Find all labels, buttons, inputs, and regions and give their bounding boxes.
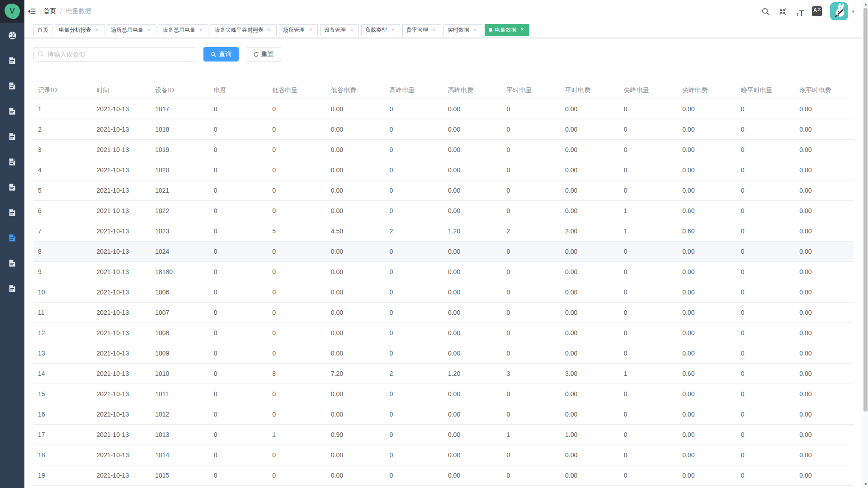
table-cell: 0.00 <box>561 160 619 180</box>
tab-电量分析报表[interactable]: 电量分析报表× <box>55 24 104 36</box>
sidebar-item-3-document-icon[interactable] <box>0 99 24 124</box>
hamburger-icon[interactable] <box>24 0 40 23</box>
table-cell: 0.00 <box>326 180 385 201</box>
table-cell: 0.00 <box>443 99 502 119</box>
table-row: 32021-10-131019000.0000.0000.0000.0000.0… <box>33 140 854 160</box>
table-cell: 18180 <box>151 262 209 282</box>
close-icon[interactable]: × <box>431 27 437 33</box>
table-cell: 0 <box>619 160 678 180</box>
tab-负载类型[interactable]: 负载类型× <box>361 24 400 36</box>
table-cell: 0 <box>619 99 678 119</box>
tab-设备管理[interactable]: 设备管理× <box>320 24 359 36</box>
column-header: 平时电量 <box>502 82 561 99</box>
tab-首页[interactable]: 首页 <box>33 24 52 36</box>
scroll-up-arrow[interactable]: ▲ <box>863 1 868 7</box>
sidebar-item-6-document-icon[interactable] <box>0 175 24 200</box>
table-row: 102021-10-131006000.0000.0000.0000.0000.… <box>33 282 854 303</box>
column-header: 低谷电费 <box>326 82 385 99</box>
tab-费率管理[interactable]: 费率管理× <box>402 24 441 36</box>
column-header: 记录ID <box>33 82 92 99</box>
table-cell: 0.00 <box>678 119 736 140</box>
table-cell: 0.00 <box>795 364 854 384</box>
table-cell: 0.00 <box>795 425 854 445</box>
tab-场所总用电量[interactable]: 场所总用电量× <box>107 24 156 36</box>
table-cell: 0.00 <box>443 486 502 488</box>
close-icon[interactable]: × <box>94 27 100 33</box>
tab-设备尖峰平谷对照表[interactable]: 设备尖峰平谷对照表× <box>211 24 277 36</box>
search-icon[interactable] <box>760 5 771 17</box>
query-button-label: 查询 <box>219 50 231 58</box>
sidebar-item-9-document-icon[interactable] <box>0 251 24 276</box>
table-cell: 0.00 <box>443 140 502 160</box>
active-tab-dot <box>489 28 492 32</box>
scrollbar-thumb[interactable] <box>863 8 868 412</box>
sidebar-item-8-document-icon[interactable] <box>0 225 24 251</box>
table-cell: 0.00 <box>678 140 736 160</box>
table-cell: 0 <box>619 384 678 404</box>
tab-电量数据[interactable]: 电量数据× <box>485 24 529 36</box>
close-icon[interactable]: × <box>390 27 396 33</box>
close-icon[interactable]: × <box>307 27 314 33</box>
tab-label: 电量数据 <box>495 26 516 34</box>
sidebar-item-0-dashboard-icon[interactable] <box>0 23 24 48</box>
tab-场所管理[interactable]: 场所管理× <box>279 24 318 36</box>
table-cell: 0 <box>619 242 678 262</box>
table-row: 82021-10-131024000.0000.0000.0000.0000.0… <box>33 242 854 262</box>
table-cell: 0.00 <box>443 323 502 343</box>
table-cell: 2021-10-13 <box>92 486 151 488</box>
table-cell: 0 <box>736 303 795 323</box>
query-button[interactable]: 查询 <box>203 47 239 62</box>
close-icon[interactable]: × <box>266 27 273 33</box>
column-header: 设备ID <box>151 82 209 99</box>
table-cell: 0 <box>385 486 443 488</box>
table-cell: 0.00 <box>795 384 854 404</box>
font-size-icon[interactable]: TT <box>794 5 806 17</box>
sidebar-item-2-document-icon[interactable] <box>0 73 24 99</box>
table-cell: 0 <box>619 465 678 486</box>
table-row: 52021-10-131021000.0000.0000.0000.0000.0… <box>33 180 854 201</box>
close-icon[interactable]: × <box>198 27 204 33</box>
sidebar-item-7-document-icon[interactable] <box>0 200 24 225</box>
power-data-table: 记录ID时间设备ID电度低谷电量低谷电费高峰电量高峰电费平时电量平时电费尖峰电量… <box>33 82 854 488</box>
sidebar-item-4-document-icon[interactable] <box>0 124 24 149</box>
column-header: 时间 <box>92 82 151 99</box>
sidebar-item-1-document-icon[interactable] <box>0 48 24 73</box>
caret-down-icon[interactable]: ▾ <box>852 9 854 14</box>
avatar[interactable] <box>830 2 848 20</box>
tab-label: 场所管理 <box>283 26 305 34</box>
scroll-down-arrow[interactable]: ▼ <box>863 481 868 487</box>
vertical-scrollbar[interactable]: ▲ ▼ <box>863 0 868 488</box>
exit-fullscreen-icon[interactable] <box>777 5 788 17</box>
breadcrumb-home[interactable]: 首页 <box>43 7 56 15</box>
language-icon[interactable]: A文 <box>811 5 823 17</box>
table-cell: 0 <box>502 242 561 262</box>
table-cell: 0.00 <box>561 242 619 262</box>
filter-toolbar: 查询 重置 <box>33 47 854 62</box>
close-icon[interactable]: × <box>472 27 478 33</box>
table-cell: 0 <box>736 201 795 221</box>
table-cell: 0 <box>209 201 268 221</box>
table-cell: 0.00 <box>678 262 736 282</box>
table-cell: 0.00 <box>326 140 385 160</box>
app-logo[interactable]: V <box>0 0 24 23</box>
table-cell: 0 <box>619 262 678 282</box>
table-cell: 0 <box>619 404 678 425</box>
tab-设备总用电量[interactable]: 设备总用电量× <box>159 24 208 36</box>
close-icon[interactable]: × <box>146 27 152 33</box>
close-icon[interactable]: × <box>519 27 525 33</box>
sidebar-item-5-document-icon[interactable] <box>0 149 24 175</box>
table-cell: 0 <box>736 180 795 201</box>
close-icon[interactable]: × <box>349 27 355 33</box>
table-cell: 2021-10-13 <box>92 303 151 323</box>
tab-实时数据[interactable]: 实时数据× <box>443 24 482 36</box>
table-cell: 2021-10-13 <box>92 384 151 404</box>
reset-button[interactable]: 重置 <box>246 47 281 62</box>
sidebar-item-10-document-icon[interactable] <box>0 276 24 301</box>
device-id-search <box>33 47 196 62</box>
table-cell: 3.00 <box>561 364 619 384</box>
table-cell: 0 <box>736 465 795 486</box>
table-cell: 7 <box>33 221 92 242</box>
table-cell: 0.00 <box>443 303 502 323</box>
search-input[interactable] <box>33 47 196 62</box>
table-cell: 0 <box>502 160 561 180</box>
